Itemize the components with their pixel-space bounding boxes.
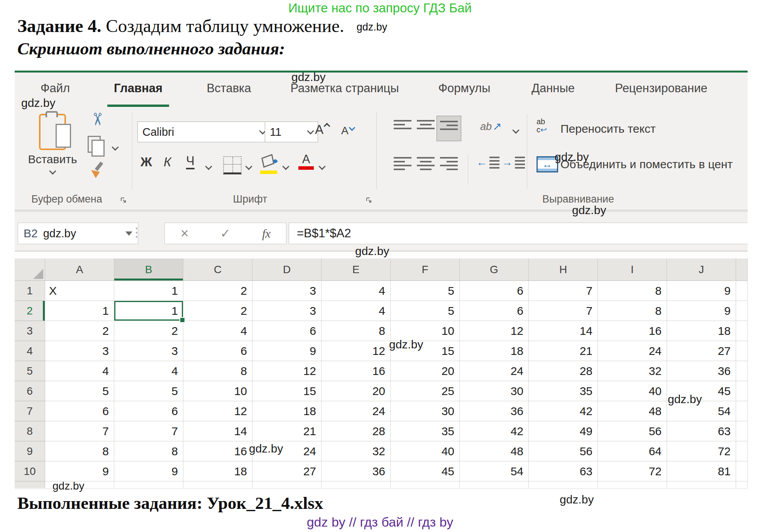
orientation-button[interactable]: ab ↗ [480, 120, 502, 133]
tab-ви[interactable]: Ви [744, 77, 748, 101]
cell-partial[interactable] [736, 381, 748, 401]
cell-E5[interactable]: 16 [322, 361, 391, 381]
cell-H6[interactable]: 35 [529, 381, 598, 401]
cell-J9[interactable]: 72 [667, 441, 736, 461]
cell-J2[interactable]: 9 [667, 301, 736, 321]
cut-button[interactable]: ✂ [89, 112, 106, 127]
cell-partial[interactable] [736, 481, 748, 488]
cell-partial[interactable] [322, 481, 391, 488]
row-header-5[interactable]: 5 [15, 361, 45, 381]
align-center-button[interactable] [417, 157, 435, 170]
cell-D4[interactable]: 9 [252, 341, 322, 361]
cell-I3[interactable]: 16 [598, 321, 667, 341]
paste-button[interactable]: Вставить [23, 114, 82, 174]
cell-B8[interactable]: 7 [114, 421, 183, 441]
cell-E1[interactable]: 4 [322, 281, 391, 301]
cell-partial[interactable] [736, 301, 748, 321]
cell-A10[interactable]: 9 [45, 461, 114, 481]
cell-H4[interactable]: 21 [529, 341, 598, 361]
cell-A4[interactable]: 3 [45, 341, 114, 361]
cell-I5[interactable]: 32 [598, 361, 667, 381]
cell-I1[interactable]: 8 [598, 281, 667, 301]
cell-G8[interactable]: 42 [460, 421, 529, 441]
align-right-button[interactable] [440, 157, 458, 170]
column-header-I[interactable]: I [598, 258, 667, 281]
cell-G1[interactable]: 6 [460, 281, 529, 301]
cell-B5[interactable]: 4 [114, 361, 183, 381]
cell-J8[interactable]: 63 [667, 421, 736, 441]
cell-D1[interactable]: 3 [252, 281, 322, 301]
row-header-8[interactable]: 8 [15, 421, 45, 441]
column-header-H[interactable]: H [529, 258, 598, 281]
cell-F10[interactable]: 45 [391, 461, 460, 481]
underline-button[interactable]: Ч [186, 154, 195, 169]
cell-B2[interactable]: 1 [114, 301, 183, 321]
cell-C8[interactable]: 14 [183, 421, 252, 441]
column-header-C[interactable]: C [183, 258, 252, 281]
cell-partial[interactable] [183, 481, 252, 488]
cell-D2[interactable]: 3 [252, 301, 322, 321]
tab-главная[interactable]: Главная [107, 77, 169, 101]
shrink-font-button[interactable]: А [341, 125, 354, 137]
copy-button[interactable] [91, 139, 103, 155]
cell-B3[interactable]: 2 [114, 321, 183, 341]
align-top-button[interactable] [394, 120, 411, 129]
cell-A1[interactable]: X [45, 281, 114, 301]
cell-I10[interactable]: 72 [598, 461, 667, 481]
cell-G5[interactable]: 24 [460, 361, 529, 381]
cell-H3[interactable]: 14 [529, 321, 598, 341]
cell-A7[interactable]: 6 [45, 401, 114, 421]
cell-I4[interactable]: 24 [598, 341, 667, 361]
cell-G9[interactable]: 48 [460, 441, 529, 461]
cell-E4[interactable]: 12 [322, 341, 391, 361]
fill-color-button[interactable] [260, 155, 279, 174]
tab-рецензирование[interactable]: Рецензирование [611, 77, 711, 101]
cell-partial[interactable] [529, 481, 598, 488]
cell-G10[interactable]: 54 [460, 461, 529, 481]
chevron-down-icon[interactable] [282, 163, 289, 170]
cell-F2[interactable]: 5 [391, 301, 460, 321]
cell-A6[interactable]: 5 [45, 381, 114, 401]
cell-partial[interactable] [736, 461, 748, 481]
row-header-3[interactable]: 3 [15, 321, 45, 341]
cell-J4[interactable]: 27 [667, 341, 736, 361]
cell-partial[interactable] [667, 481, 736, 488]
cell-E10[interactable]: 36 [322, 461, 391, 481]
cell-B9[interactable]: 8 [114, 441, 183, 461]
cell-C1[interactable]: 2 [183, 281, 252, 301]
cell-B10[interactable]: 9 [114, 461, 183, 481]
cell-partial[interactable] [736, 421, 748, 441]
cell-J1[interactable]: 9 [667, 281, 736, 301]
enter-icon[interactable]: ✓ [220, 226, 231, 241]
cell-B6[interactable]: 5 [114, 381, 183, 401]
cell-G4[interactable]: 18 [460, 341, 529, 361]
cell-H8[interactable]: 49 [529, 421, 598, 441]
cell-G6[interactable]: 30 [460, 381, 529, 401]
cell-E6[interactable]: 20 [322, 381, 391, 401]
chevron-down-icon[interactable] [318, 163, 325, 170]
cell-E2[interactable]: 4 [322, 301, 391, 321]
cell-F7[interactable]: 30 [391, 401, 460, 421]
cell-I7[interactable]: 48 [598, 401, 667, 421]
cell-partial[interactable] [598, 481, 667, 488]
name-box[interactable]: B2 gdz.by [18, 223, 138, 244]
grow-font-button[interactable]: А [315, 122, 329, 137]
cell-F1[interactable]: 5 [391, 281, 460, 301]
cell-partial[interactable] [460, 481, 529, 488]
cell-C4[interactable]: 6 [183, 341, 252, 361]
align-left-button[interactable] [394, 157, 411, 170]
font-size-select[interactable]: 11 [265, 122, 318, 142]
column-header-E[interactable]: E [322, 258, 391, 281]
column-header-D[interactable]: D [252, 258, 322, 281]
font-color-button[interactable]: А [297, 153, 315, 170]
cell-C6[interactable]: 10 [183, 381, 252, 401]
cell-J10[interactable]: 81 [667, 461, 736, 481]
column-header-F[interactable]: F [391, 258, 460, 281]
insert-function-icon[interactable]: fx [262, 226, 270, 241]
cell-E9[interactable]: 32 [322, 441, 391, 461]
cell-A2[interactable]: 1 [45, 301, 114, 321]
cell-partial[interactable] [736, 281, 748, 301]
cell-I2[interactable]: 8 [598, 301, 667, 321]
cell-E3[interactable]: 8 [322, 321, 391, 341]
row-header-2[interactable]: 2 [15, 301, 45, 321]
